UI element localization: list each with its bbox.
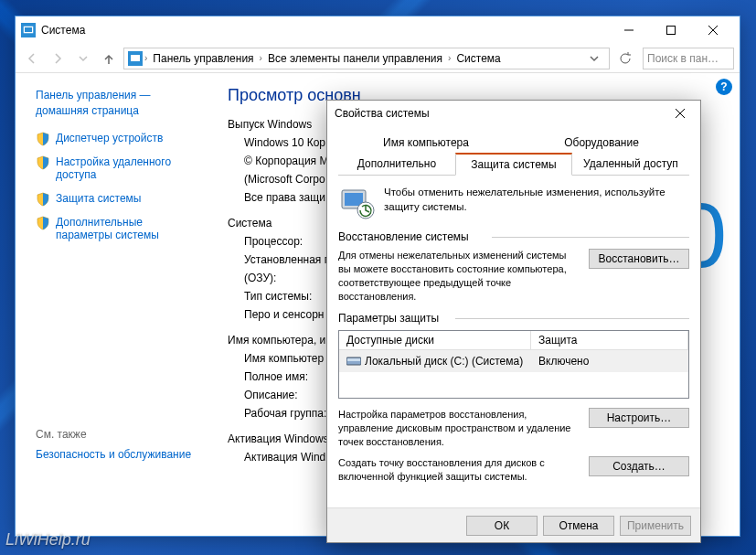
ok-button[interactable]: ОК bbox=[466, 516, 538, 536]
control-panel-home-link[interactable]: Панель управления — домашняя страница bbox=[36, 88, 198, 119]
tab-computer-name[interactable]: Имя компьютера bbox=[338, 132, 514, 153]
breadcrumb-item[interactable]: Все элементы панели управления bbox=[264, 50, 446, 67]
dialog-description: Чтобы отменить нежелательные изменения, … bbox=[384, 185, 689, 214]
minimize-button[interactable] bbox=[608, 16, 650, 44]
close-button[interactable] bbox=[692, 16, 734, 44]
cancel-button[interactable]: Отмена bbox=[543, 516, 614, 536]
see-also-label: См. также bbox=[36, 428, 198, 441]
column-drives: Доступные диски bbox=[339, 331, 531, 349]
breadcrumb-item[interactable]: Панель управления bbox=[149, 50, 257, 67]
search-input[interactable]: Поиск в пан… bbox=[643, 48, 734, 69]
tab-remote[interactable]: Удаленный доступ bbox=[572, 153, 689, 175]
configure-description: Настройка параметров восстановления, упр… bbox=[338, 408, 580, 449]
chevron-right-icon: › bbox=[260, 53, 262, 63]
apply-button[interactable]: Применить bbox=[620, 516, 691, 536]
sidebar-system-protection[interactable]: Защита системы bbox=[56, 192, 141, 205]
system-icon bbox=[21, 23, 36, 37]
address-bar[interactable]: › Панель управления › Все элементы панел… bbox=[123, 48, 610, 69]
recent-dropdown[interactable] bbox=[72, 48, 94, 69]
svg-rect-1 bbox=[25, 27, 32, 32]
column-protection: Защита bbox=[531, 331, 688, 349]
disk-status: Включено bbox=[531, 352, 688, 370]
back-button[interactable] bbox=[21, 48, 43, 69]
shield-icon bbox=[36, 132, 50, 146]
dialog-close-button[interactable] bbox=[667, 101, 693, 126]
restore-button[interactable]: Восстановить… bbox=[589, 249, 689, 269]
tab-system-protection[interactable]: Защита системы bbox=[455, 153, 572, 176]
tab-strip: Имя компьютера Оборудование Дополнительн… bbox=[338, 132, 689, 176]
disk-icon bbox=[346, 356, 361, 367]
shield-icon bbox=[36, 192, 50, 207]
restore-description: Для отмены нежелательных изменений систе… bbox=[338, 249, 580, 303]
create-button[interactable]: Создать… bbox=[589, 456, 689, 476]
create-description: Создать точку восстановления для дисков … bbox=[338, 456, 580, 484]
maximize-button[interactable] bbox=[650, 16, 692, 44]
breadcrumbs: Панель управления › Все элементы панели … bbox=[149, 50, 504, 67]
breadcrumb-item[interactable]: Система bbox=[453, 50, 504, 67]
chevron-right-icon: › bbox=[448, 53, 451, 63]
svg-rect-14 bbox=[347, 358, 360, 361]
system-properties-dialog: Свойства системы Имя компьютера Оборудов… bbox=[326, 100, 701, 543]
restore-section-label: Восстановление системы bbox=[338, 230, 689, 243]
system-icon bbox=[128, 51, 143, 66]
address-dropdown[interactable] bbox=[583, 48, 605, 69]
svg-rect-3 bbox=[667, 27, 676, 35]
sidebar-remote-settings[interactable]: Настройка удаленного доступа bbox=[56, 155, 198, 181]
sidebar-security-maintenance[interactable]: Безопасность и обслуживание bbox=[36, 448, 198, 461]
sidebar-device-manager[interactable]: Диспетчер устройств bbox=[56, 132, 163, 144]
window-title: Система bbox=[41, 24, 608, 37]
help-icon[interactable]: ? bbox=[716, 79, 732, 95]
shield-icon bbox=[36, 216, 50, 230]
sidebar: Панель управления — домашняя страница Ди… bbox=[16, 73, 208, 536]
navbar: › Панель управления › Все элементы панел… bbox=[16, 44, 740, 73]
tab-advanced[interactable]: Дополнительно bbox=[338, 153, 455, 175]
forward-button[interactable] bbox=[47, 48, 69, 69]
sidebar-advanced-settings[interactable]: Дополнительные параметры системы bbox=[56, 216, 198, 241]
chevron-right-icon: › bbox=[144, 53, 147, 63]
svg-rect-7 bbox=[131, 55, 140, 61]
refresh-button[interactable] bbox=[615, 48, 635, 69]
watermark: LiWiHelp.ru bbox=[5, 530, 91, 550]
up-button[interactable] bbox=[98, 48, 120, 69]
dialog-titlebar: Свойства системы bbox=[327, 101, 700, 126]
protection-section-label: Параметры защиты bbox=[338, 312, 689, 325]
titlebar: Система bbox=[16, 16, 740, 44]
shield-icon bbox=[36, 155, 50, 170]
configure-button[interactable]: Настроить… bbox=[589, 408, 689, 428]
dialog-footer: ОК Отмена Применить bbox=[327, 507, 700, 542]
tab-hardware[interactable]: Оборудование bbox=[514, 132, 689, 153]
disk-name: Локальный диск (C:) (Система) bbox=[365, 355, 523, 368]
disk-row[interactable]: Локальный диск (C:) (Система) Включено bbox=[339, 350, 688, 372]
disk-table: Доступные диски Защита Локальный диск (C… bbox=[338, 330, 689, 399]
dialog-title: Свойства системы bbox=[335, 107, 667, 120]
system-restore-icon bbox=[338, 185, 375, 221]
